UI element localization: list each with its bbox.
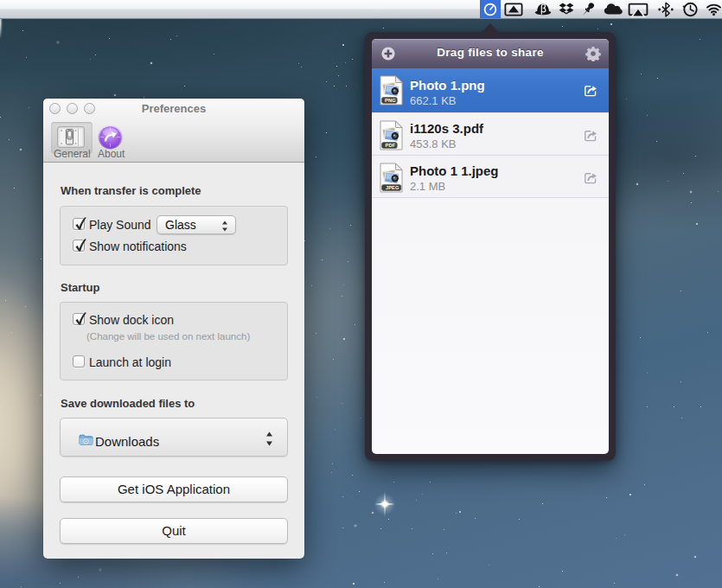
svg-text:JPEG: JPEG (386, 185, 399, 190)
svg-text:PNG: PNG (385, 98, 396, 103)
svg-text:PDF: PDF (386, 143, 396, 148)
